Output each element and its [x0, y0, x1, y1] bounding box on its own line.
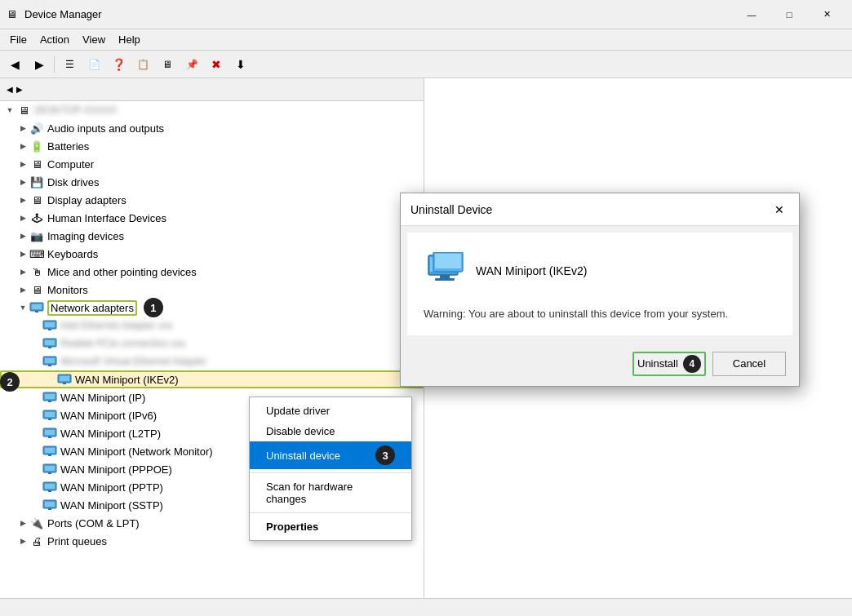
toolbar-back[interactable]: ◀	[3, 54, 26, 75]
adapter2-label: Realtek PCIe connection xxx	[60, 338, 185, 349]
root-expand-icon: ▼	[3, 104, 16, 117]
svg-rect-22	[45, 430, 55, 435]
dialog-title: Uninstall Device	[410, 203, 492, 216]
toolbar-update[interactable]: 📄	[82, 54, 105, 75]
toolbar-remove[interactable]: ✖	[205, 54, 228, 75]
dialog-footer: Uninstall 4 Cancel	[401, 342, 799, 386]
audio-expand: ▶	[16, 122, 29, 135]
toolbar-add[interactable]: 📌	[180, 54, 203, 75]
svg-rect-17	[48, 401, 51, 402]
svg-rect-28	[45, 466, 55, 471]
computer-expand: ▶	[16, 157, 29, 171]
scroll-left-icon: ◀	[7, 85, 13, 94]
tree-item-mice[interactable]: ▶ 🖱 Mice and other pointing devices	[0, 263, 424, 281]
svg-rect-23	[48, 437, 51, 438]
menu-file[interactable]: File	[3, 32, 33, 47]
tree-item-computer[interactable]: ▶ 🖥 Computer	[0, 155, 424, 173]
toolbar-properties[interactable]: ☰	[58, 54, 81, 75]
tree-item-keyboards[interactable]: ▶ ⌨ Keyboards	[0, 245, 424, 263]
dialog-uninstall-button[interactable]: Uninstall 4	[632, 352, 706, 376]
tree-item-disk[interactable]: ▶ 💾 Disk drives	[0, 173, 424, 191]
toolbar-download[interactable]: ⬇	[229, 54, 252, 75]
context-sep2	[250, 512, 411, 513]
menu-action[interactable]: Action	[33, 32, 76, 47]
toolbar-monitor[interactable]: 🖥	[156, 54, 179, 75]
tree-item-display[interactable]: ▶ 🖥 Display adapters	[0, 191, 424, 209]
wan-ikev2-label: WAN Miniport (IKEv2)	[75, 374, 179, 386]
maximize-button[interactable]: □	[770, 3, 808, 26]
root-label: DESKTOP-XXXXX	[34, 104, 117, 116]
display-expand: ▶	[16, 193, 29, 206]
menu-help[interactable]: Help	[112, 32, 147, 47]
hid-expand: ▶	[16, 211, 29, 224]
audio-label: Audio inputs and outputs	[47, 122, 164, 135]
imaging-icon: 📷	[29, 228, 44, 243]
computer-label: Computer	[47, 158, 94, 171]
adapter1-label: Intel Ethernet Adapter xxx	[60, 320, 172, 331]
app-icon: 🖥	[7, 8, 20, 21]
context-properties[interactable]: Properties	[250, 516, 411, 537]
monitors-label: Monitors	[47, 284, 88, 296]
wan-ipv6-icon	[42, 408, 57, 423]
keyboards-expand: ▶	[16, 247, 29, 260]
toolbar-forward[interactable]: ▶	[28, 54, 51, 75]
print-label: Print queues	[47, 535, 107, 547]
context-update-driver[interactable]: Update driver	[250, 401, 411, 421]
context-scan-hardware[interactable]: Scan for hardware changes	[250, 476, 411, 509]
dialog-close-button[interactable]: ✕	[770, 200, 789, 219]
keyboards-label: Keyboards	[47, 248, 98, 260]
dialog-cancel-button[interactable]: Cancel	[712, 352, 786, 376]
toolbar-help[interactable]: ❓	[107, 54, 130, 75]
audio-icon: 🔊	[29, 121, 44, 135]
tree-item-adapter2[interactable]: Realtek PCIe connection xxx	[0, 335, 424, 352]
context-sep	[250, 472, 411, 473]
minimize-button[interactable]: —	[733, 3, 770, 26]
window-controls: — □ ✕	[733, 3, 845, 26]
tree-item-adapter1[interactable]: Intel Ethernet Adapter xxx	[0, 317, 424, 335]
tree-root[interactable]: ▼ 🖥 DESKTOP-XXXXX	[0, 101, 424, 119]
tree-header: ◀ ▶	[0, 78, 424, 101]
adapter3-icon	[42, 354, 57, 369]
toolbar-sep1	[54, 56, 55, 73]
display-label: Display adapters	[47, 194, 126, 206]
tree-item-wan-ikev2[interactable]: 2 WAN Miniport (IKEv2)	[0, 370, 424, 388]
wan-pptp-icon	[42, 480, 57, 494]
context-menu: Update driver Disable device Uninstall d…	[249, 397, 412, 541]
svg-rect-34	[45, 502, 55, 507]
tree-item-imaging[interactable]: ▶ 📷 Imaging devices	[0, 227, 424, 245]
step4-circle: 4	[683, 355, 701, 373]
tree-item-network[interactable]: ▼ Network adapters 1	[0, 299, 424, 317]
dialog-device-name: WAN Miniport (IKEv2)	[476, 264, 587, 277]
root-icon: 🖥	[16, 103, 31, 117]
svg-rect-20	[48, 419, 51, 420]
context-disable-device[interactable]: Disable device	[250, 421, 411, 441]
mice-expand: ▶	[16, 265, 29, 278]
wan-ip-label: WAN Miniport (IP)	[60, 392, 145, 404]
tree-item-batteries[interactable]: ▶ 🔋 Batteries	[0, 137, 424, 155]
wan-sstp-icon	[42, 498, 57, 512]
computer-icon: 🖥	[29, 157, 44, 171]
svg-rect-41	[435, 254, 461, 268]
wan-pppoe-label: WAN Miniport (PPPOE)	[60, 463, 172, 476]
svg-rect-39	[435, 278, 455, 281]
tree-item-adapter3[interactable]: Microsoft Virtual Ethernet Adapter	[0, 352, 424, 370]
ports-label: Ports (COM & LPT)	[47, 517, 140, 530]
print-expand: ▶	[16, 534, 29, 547]
tree-item-audio[interactable]: ▶ 🔊 Audio inputs and outputs	[0, 119, 424, 137]
menu-view[interactable]: View	[76, 32, 112, 47]
main-content: ◀ ▶ ▼ 🖥 DESKTOP-XXXXX ▶ 🔊 Audio inputs a…	[0, 78, 852, 616]
dialog-warning: Warning: You are about to uninstall this…	[424, 306, 776, 322]
ports-expand: ▶	[16, 516, 29, 530]
dialog-device-icon	[424, 252, 466, 290]
network-adapter-border: Network adapters	[47, 300, 137, 316]
display-icon: 🖥	[29, 193, 44, 207]
tree-item-monitors[interactable]: ▶ 🖥 Monitors	[0, 281, 424, 299]
wan-netmon-icon	[42, 444, 57, 459]
svg-rect-2	[35, 311, 38, 312]
mice-label: Mice and other pointing devices	[47, 266, 197, 278]
toolbar-scan[interactable]: 📋	[131, 54, 154, 75]
context-uninstall-device[interactable]: Uninstall device 3	[250, 441, 411, 469]
tree-item-hid[interactable]: ▶ 🕹 Human Interface Devices	[0, 209, 424, 227]
svg-rect-5	[48, 329, 51, 330]
close-button[interactable]: ✕	[808, 3, 845, 26]
